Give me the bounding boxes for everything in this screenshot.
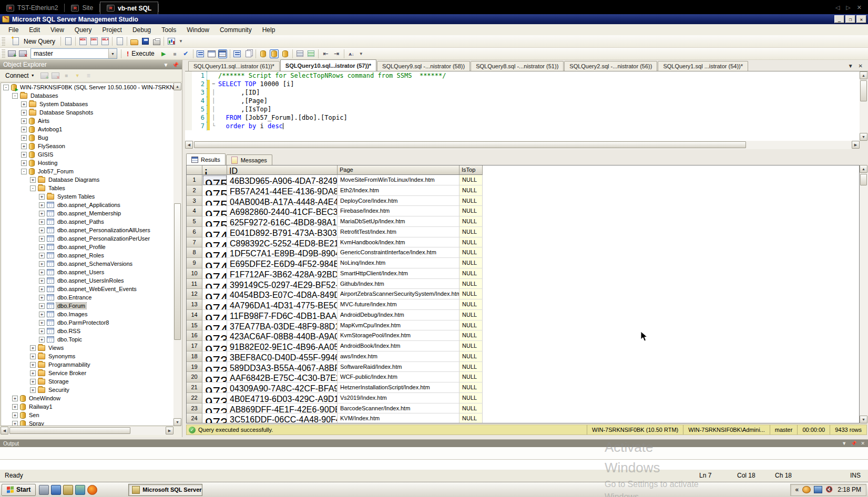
tree-item-label[interactable]: Avtobog1 — [37, 126, 63, 132]
grid-row-header[interactable]: 22 — [187, 393, 202, 403]
object-explorer-horizontal-scrollbar[interactable]: ◀ ▶ — [1, 427, 173, 435]
grid-cell-i[interactable]: 9743 — [202, 289, 227, 299]
grid-cell-id[interactable]: 04AB004B-A17A-4448-A4E4-FC64E4AB6A9D — [227, 196, 338, 206]
grid-cell-page[interactable]: MVC-future/Index.htm — [338, 299, 459, 310]
toolbar-icon[interactable] — [159, 49, 168, 58]
toolbar-icon[interactable] — [218, 49, 227, 58]
grid-cell-i[interactable]: 9750 — [202, 216, 227, 227]
grid-row-header[interactable]: 2 — [187, 185, 202, 196]
editor-vertical-scrollbar[interactable]: ▲ ▼ — [860, 71, 868, 141]
tree-item-label[interactable]: OneWindow — [28, 395, 62, 401]
tree-item[interactable]: - WIN-7SRKNSIF0BK (SQL Server 10.50.1600… — [1, 83, 173, 91]
toolbar-icon[interactable] — [270, 49, 279, 58]
grid-cell-id[interactable]: 3C516DDF-06CC-4A48-90F4-9648F5E5675D — [227, 413, 338, 423]
execute-button[interactable]: ! Execute — [123, 49, 158, 58]
grid-cell-id[interactable]: 625F9272-616C-4BD8-98A1-0DC97981F465 — [227, 216, 338, 227]
tree-expand-icon[interactable]: + — [21, 152, 27, 158]
query-document-tab[interactable]: SQLQuery10.sql...istrator (57))* — [280, 59, 376, 71]
toolbar-icon[interactable] — [233, 49, 242, 58]
grid-row-header[interactable]: 23 — [187, 403, 202, 414]
grid-cell-i[interactable]: 9747 — [202, 247, 227, 258]
tree-item[interactable]: + dbo.aspnet_SchemaVersions — [1, 260, 173, 268]
tree-item[interactable]: + dbo.aspnet_Paths — [1, 218, 173, 226]
editor-horizontal-scrollbar[interactable]: ◀ ▶ — [185, 141, 860, 149]
tree-expand-icon[interactable]: + — [12, 421, 18, 427]
quick-launch-icon[interactable] — [63, 485, 73, 495]
grid-cell-page[interactable]: Eth2/Index.htm — [338, 185, 459, 196]
grid-cell-page[interactable]: MapKvmCpu/Index.htm — [338, 320, 459, 331]
tree-item-label[interactable]: dbo.aspnet_UsersInRoles — [56, 277, 125, 284]
query-document-tab[interactable]: SQLQuery2.sql -...nistrator (56)) — [564, 61, 657, 71]
window-control-button[interactable]: ❐ — [845, 15, 855, 23]
tree-expand-icon[interactable]: + — [30, 370, 36, 376]
tree-expand-icon[interactable]: + — [39, 244, 45, 250]
tree-item-label[interactable]: dbo.aspnet_Users — [56, 269, 105, 275]
grid-cell-i[interactable]: 9742 — [202, 299, 227, 310]
tree-item-label[interactable]: dbo.Images — [56, 311, 88, 317]
grid-cell-istop[interactable]: NULL — [459, 216, 483, 227]
toolbar-icon[interactable]: DMX — [89, 37, 98, 46]
database-combobox[interactable]: master ▼ — [30, 48, 117, 59]
code-folding-icon[interactable]: │ — [210, 97, 217, 105]
toolbar-icon[interactable] — [130, 37, 139, 46]
grid-cell-istop[interactable]: NULL — [459, 341, 483, 351]
change-connection-icon[interactable] — [18, 49, 27, 58]
menu-item[interactable]: Help — [257, 25, 281, 35]
tree-item-label[interactable]: Views — [47, 345, 65, 351]
tree-item[interactable]: + dbo.ParmProtector8 — [1, 318, 173, 327]
grid-cell-id[interactable]: FB57A241-44EE-4136-9DA8-7EB864B277CD — [227, 185, 338, 196]
grid-cell-id[interactable]: AB869DFF-4E1F-42E6-90DE-89A87F3B2EDF — [227, 403, 338, 414]
grid-cell-id[interactable]: 37EA77BA-03DE-48F9-88D1-A98984777F41 — [227, 320, 338, 331]
editor-line[interactable]: 3 │ ,[ID] — [185, 88, 860, 97]
grid-cell-istop[interactable]: NULL — [459, 403, 483, 414]
tree-item-label[interactable]: GISIS — [37, 151, 54, 158]
tree-expand-icon[interactable]: + — [39, 328, 45, 334]
tree-expand-icon[interactable]: + — [39, 211, 45, 216]
query-document-tab[interactable]: SQLQuery8.sql -...nistrator (51)) — [471, 61, 564, 71]
grid-cell-istop[interactable]: NULL — [459, 351, 483, 362]
tree-expand-icon[interactable]: + — [30, 345, 36, 351]
rdc-session-tab[interactable]: R TST-Etheriun2 — [0, 2, 64, 14]
tree-item[interactable]: + dbo.Images — [1, 310, 173, 318]
tree-item[interactable]: + System Databases — [1, 100, 173, 108]
tree-expand-icon[interactable]: + — [30, 387, 36, 393]
grid-cell-id[interactable]: E695DFE2-E6D9-4F52-984B-E584813B96C7 — [227, 258, 338, 268]
object-explorer-tool-icon[interactable] — [84, 71, 93, 80]
window-control-button[interactable]: _ — [834, 15, 844, 23]
tree-item[interactable]: + GISIS — [1, 150, 173, 159]
tree-item-label[interactable]: Service Broker — [47, 370, 87, 376]
grid-vertical-scrollbar[interactable]: ▲ ▼ — [860, 165, 868, 423]
tree-expand-icon[interactable]: + — [21, 127, 27, 132]
grid-cell-i[interactable]: 9751 — [202, 206, 227, 216]
grid-cell-i[interactable]: 9749 — [202, 227, 227, 237]
object-explorer-tool-icon[interactable] — [62, 71, 71, 80]
rdc-session-tab[interactable]: R Site — [65, 2, 99, 14]
grid-cell-i[interactable]: 9731 — [202, 413, 227, 423]
tree-expand-icon[interactable]: + — [21, 160, 27, 166]
grid-cell-istop[interactable]: NULL — [459, 185, 483, 196]
grid-row-header[interactable]: 4 — [187, 206, 202, 216]
tree-item-label[interactable]: Database Snapshots — [38, 109, 94, 116]
start-button[interactable]: Start — [2, 484, 36, 496]
grid-cell-id[interactable]: A6982860-2440-41CF-BEC3-C9145496C8EF — [227, 206, 338, 216]
grid-cell-page[interactable]: NoLinq/Index.htm — [338, 258, 459, 268]
toolbar-icon[interactable] — [321, 49, 330, 58]
grid-corner-header[interactable] — [187, 165, 202, 175]
tree-expand-icon[interactable]: + — [39, 253, 45, 258]
code-folding-icon[interactable]: │ — [210, 88, 217, 97]
tree-item[interactable]: + OneWindow — [1, 394, 173, 402]
grid-cell-istop[interactable]: NULL — [459, 413, 483, 423]
tree-expand-icon[interactable]: + — [39, 320, 45, 326]
tree-item[interactable]: + Avtobog1 — [1, 125, 173, 133]
grid-cell-i[interactable]: 9754 — [202, 175, 227, 185]
tray-icon[interactable] — [802, 486, 811, 493]
tray-icon[interactable] — [825, 486, 834, 493]
object-explorer-tool-icon[interactable] — [40, 71, 49, 80]
toolbar-icon[interactable] — [170, 49, 179, 58]
tree-expand-icon[interactable]: + — [39, 219, 45, 225]
grid-column-header[interactable]: i — [202, 165, 227, 175]
tray-collapse-icon[interactable]: « — [795, 486, 799, 493]
tree-item[interactable]: + dbo.aspnet_Profile — [1, 243, 173, 251]
editor-line[interactable]: 7 └ order by i desc — [185, 122, 860, 130]
toolbar-icon[interactable] — [152, 37, 161, 46]
